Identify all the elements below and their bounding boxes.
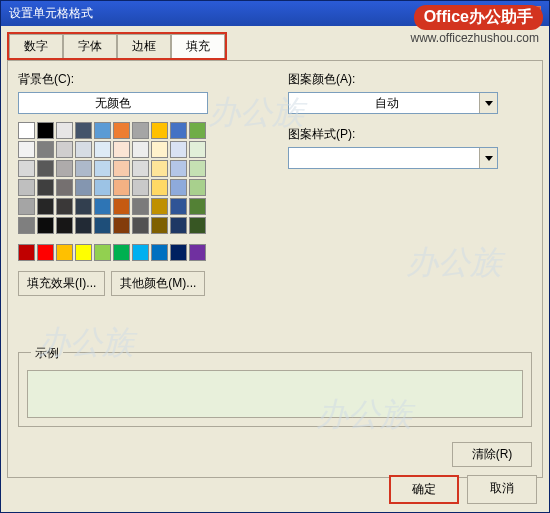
cancel-button[interactable]: 取消: [467, 475, 537, 504]
fill-effects-button[interactable]: 填充效果(I)...: [18, 271, 105, 296]
pattern-style-label: 图案样式(P):: [288, 126, 518, 143]
color-swatch[interactable]: [75, 217, 92, 234]
fill-buttons-row: 填充效果(I)... 其他颜色(M)...: [18, 271, 278, 296]
color-swatch[interactable]: [37, 141, 54, 158]
color-swatch[interactable]: [94, 141, 111, 158]
pattern-color-combo[interactable]: 自动: [288, 92, 498, 114]
color-swatch[interactable]: [18, 141, 35, 158]
color-swatch[interactable]: [94, 198, 111, 215]
color-palette-theme: [18, 122, 278, 234]
clear-row: 清除(R): [452, 442, 532, 467]
bgcolor-label: 背景色(C):: [18, 71, 278, 88]
color-swatch[interactable]: [94, 244, 111, 261]
tab-填充[interactable]: 填充: [171, 34, 225, 58]
color-swatch[interactable]: [132, 141, 149, 158]
color-swatch[interactable]: [94, 122, 111, 139]
color-swatch[interactable]: [170, 160, 187, 177]
color-swatch[interactable]: [151, 122, 168, 139]
color-swatch[interactable]: [132, 160, 149, 177]
color-swatch[interactable]: [113, 244, 130, 261]
color-swatch[interactable]: [18, 160, 35, 177]
more-colors-button[interactable]: 其他颜色(M)...: [111, 271, 205, 296]
color-swatch[interactable]: [113, 160, 130, 177]
color-swatch[interactable]: [189, 217, 206, 234]
pattern-color-value: 自动: [375, 95, 399, 112]
left-column: 背景色(C): 无颜色 填充效果(I)... 其他颜色(M)...: [18, 71, 278, 296]
color-swatch[interactable]: [151, 179, 168, 196]
color-swatch[interactable]: [37, 198, 54, 215]
color-swatch[interactable]: [56, 217, 73, 234]
color-swatch[interactable]: [170, 244, 187, 261]
tab-数字[interactable]: 数字: [9, 34, 63, 58]
tab-content-fill: 办公族 办公族 办公族 办公族 背景色(C): 无颜色 填充效果(I)... 其…: [7, 60, 543, 478]
color-swatch[interactable]: [37, 160, 54, 177]
color-swatch[interactable]: [151, 244, 168, 261]
color-swatch[interactable]: [132, 198, 149, 215]
color-swatch[interactable]: [189, 244, 206, 261]
example-label: 示例: [31, 345, 63, 362]
color-palette-standard: [18, 244, 278, 261]
color-swatch[interactable]: [56, 141, 73, 158]
color-swatch[interactable]: [113, 122, 130, 139]
color-swatch[interactable]: [18, 179, 35, 196]
color-swatch[interactable]: [75, 141, 92, 158]
color-swatch[interactable]: [132, 217, 149, 234]
color-swatch[interactable]: [189, 179, 206, 196]
color-swatch[interactable]: [189, 141, 206, 158]
color-swatch[interactable]: [170, 217, 187, 234]
color-swatch[interactable]: [113, 198, 130, 215]
color-swatch[interactable]: [94, 217, 111, 234]
color-swatch[interactable]: [132, 122, 149, 139]
watermark-url: www.officezhushou.com: [410, 31, 539, 45]
color-swatch[interactable]: [170, 141, 187, 158]
pattern-style-combo[interactable]: [288, 147, 498, 169]
clear-button[interactable]: 清除(R): [452, 442, 532, 467]
color-swatch[interactable]: [56, 244, 73, 261]
color-swatch[interactable]: [113, 141, 130, 158]
color-swatch[interactable]: [189, 160, 206, 177]
color-swatch[interactable]: [132, 244, 149, 261]
no-color-button[interactable]: 无颜色: [18, 92, 208, 114]
chevron-down-icon: [479, 148, 497, 168]
color-swatch[interactable]: [189, 198, 206, 215]
color-swatch[interactable]: [170, 198, 187, 215]
color-swatch[interactable]: [75, 198, 92, 215]
color-swatch[interactable]: [75, 244, 92, 261]
color-swatch[interactable]: [189, 122, 206, 139]
color-swatch[interactable]: [75, 122, 92, 139]
color-swatch[interactable]: [113, 217, 130, 234]
color-swatch[interactable]: [170, 122, 187, 139]
color-swatch[interactable]: [56, 198, 73, 215]
color-swatch[interactable]: [37, 244, 54, 261]
color-swatch[interactable]: [18, 217, 35, 234]
color-swatch[interactable]: [37, 122, 54, 139]
color-swatch[interactable]: [75, 160, 92, 177]
example-groupbox: 示例: [18, 352, 532, 427]
tab-bar: 数字字体边框填充: [7, 32, 227, 60]
window-title: 设置单元格格式: [9, 5, 93, 22]
pattern-color-label: 图案颜色(A):: [288, 71, 518, 88]
color-swatch[interactable]: [56, 179, 73, 196]
color-swatch[interactable]: [170, 179, 187, 196]
color-swatch[interactable]: [56, 122, 73, 139]
color-swatch[interactable]: [18, 122, 35, 139]
color-swatch[interactable]: [18, 198, 35, 215]
dialog-footer: 确定 取消: [389, 475, 537, 504]
color-swatch[interactable]: [37, 179, 54, 196]
tab-边框[interactable]: 边框: [117, 34, 171, 58]
color-swatch[interactable]: [151, 217, 168, 234]
ok-button[interactable]: 确定: [389, 475, 459, 504]
color-swatch[interactable]: [94, 179, 111, 196]
color-swatch[interactable]: [113, 179, 130, 196]
dialog-window: 设置单元格格式 × Office办公助手 www.officezhushou.c…: [0, 0, 550, 513]
color-swatch[interactable]: [151, 198, 168, 215]
tab-字体[interactable]: 字体: [63, 34, 117, 58]
color-swatch[interactable]: [94, 160, 111, 177]
color-swatch[interactable]: [37, 217, 54, 234]
color-swatch[interactable]: [151, 141, 168, 158]
color-swatch[interactable]: [18, 244, 35, 261]
color-swatch[interactable]: [56, 160, 73, 177]
color-swatch[interactable]: [132, 179, 149, 196]
color-swatch[interactable]: [75, 179, 92, 196]
color-swatch[interactable]: [151, 160, 168, 177]
